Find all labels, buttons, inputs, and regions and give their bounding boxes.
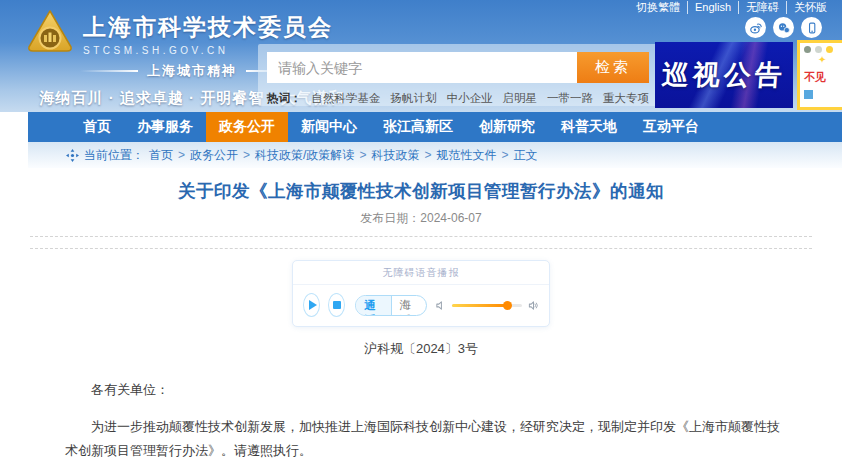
publish-date-value: 2024-06-07: [420, 211, 481, 225]
breadcrumb-current-article: 正文: [513, 147, 537, 164]
breadcrumb-separator: >: [501, 148, 508, 162]
breadcrumb-home[interactable]: 首页: [149, 147, 173, 164]
inspection-notice-banner[interactable]: 巡视公告: [655, 42, 793, 108]
shanghainese-option[interactable]: 上海话: [392, 296, 426, 315]
volume-low-icon: [435, 300, 446, 311]
side-banner-card[interactable]: ✦ 不见: [797, 40, 842, 110]
document-number: 沪科规〔2024〕3号: [30, 340, 812, 358]
play-button[interactable]: [303, 293, 320, 317]
banner-dots: [804, 46, 842, 53]
utility-links: 切换繁體 English 无障碍 关怀版: [629, 1, 834, 14]
nav-item-innovation[interactable]: 创新研究: [466, 112, 548, 142]
hotword-link[interactable]: 自然科学基金: [312, 91, 381, 106]
article-title: 关于印发《上海市颠覆性技术创新项目管理暂行办法》的通知: [30, 179, 812, 203]
hotwords-row: 热词： 自然科学基金 扬帆计划 中小企业 启明星 一带一路 重大专项: [267, 91, 649, 106]
location-compass-icon: [66, 149, 79, 162]
sparkle-icon: ✦: [818, 55, 842, 65]
hotword-link[interactable]: 扬帆计划: [391, 91, 437, 106]
wechat-icon[interactable]: [773, 17, 794, 38]
volume-fill: [452, 304, 507, 307]
side-banner-text: 不见: [804, 70, 842, 85]
nav-item-interaction[interactable]: 互动平台: [630, 112, 712, 142]
article: 关于印发《上海市颠覆性技术创新项目管理暂行办法》的通知 发布日期：2024-06…: [0, 168, 842, 468]
nav-item-science-popular[interactable]: 科普天地: [548, 112, 630, 142]
hotword-link[interactable]: 一带一路: [547, 91, 593, 106]
stop-icon: [333, 301, 341, 309]
volume-slider[interactable]: [452, 304, 522, 307]
volume-control: [435, 300, 539, 311]
social-icons: [745, 17, 822, 38]
play-icon: [309, 300, 317, 310]
link-accessibility[interactable]: 无障碍: [739, 1, 787, 14]
banner-title: 巡视公告: [661, 57, 788, 93]
page: 切换繁體 English 无障碍 关怀版: [0, 0, 842, 468]
search-panel: 检索 热词： 自然科学基金 扬帆计划 中小企业 启明星 一带一路 重大专项: [258, 44, 658, 106]
decor-line-left: [80, 70, 138, 72]
language-toggle: 普通话 上海话: [355, 295, 427, 316]
nav-item-services[interactable]: 办事服务: [124, 112, 206, 142]
publish-date: 发布日期：2024-06-07: [30, 210, 812, 227]
breadcrumb-normative-docs[interactable]: 规范性文件: [436, 147, 496, 164]
nav-item-zhangjiang[interactable]: 张江高新区: [370, 112, 466, 142]
search-input[interactable]: [267, 52, 577, 83]
article-paragraph: 为进一步推动颠覆性技术创新发展，加快推进上海国际科技创新中心建设，经研究决定，现…: [65, 415, 780, 463]
breadcrumb-separator: >: [424, 148, 431, 162]
link-english[interactable]: English: [688, 1, 739, 14]
nav-item-news[interactable]: 新闻中心: [288, 112, 370, 142]
hotword-link[interactable]: 启明星: [503, 91, 538, 106]
publish-date-label: 发布日期：: [360, 211, 420, 225]
site-header: 切换繁體 English 无障碍 关怀版: [0, 0, 842, 112]
audio-player: 无障碍语音播报 普通话 上海话: [292, 260, 550, 327]
breadcrumb-gov-affairs[interactable]: 政务公开: [190, 147, 238, 164]
breadcrumb-separator: >: [359, 148, 366, 162]
hotword-link[interactable]: 重大专项: [603, 91, 649, 106]
breadcrumb-policy-interpretation[interactable]: 科技政策/政策解读: [255, 147, 354, 164]
dashed-divider: [30, 248, 812, 249]
breadcrumb-separator: >: [243, 148, 250, 162]
nav-item-gov-affairs[interactable]: 政务公开: [206, 112, 288, 142]
mobile-icon[interactable]: [801, 17, 822, 38]
hotword-link[interactable]: 中小企业: [447, 91, 493, 106]
stop-button[interactable]: [328, 293, 345, 317]
banner-square-decor: [804, 90, 813, 99]
search-button[interactable]: 检索: [577, 52, 649, 83]
main-nav: 首页 办事服务 政务公开 新闻中心 张江高新区 创新研究 科普天地 互动平台: [28, 112, 842, 142]
article-body: 各有关单位： 为进一步推动颠覆性技术创新发展，加快推进上海国际科技创新中心建设，…: [65, 378, 780, 468]
site-logo: [26, 9, 74, 59]
link-traditional-chinese[interactable]: 切换繁體: [629, 1, 688, 14]
breadcrumb-tech-policy[interactable]: 科技政策: [371, 147, 419, 164]
weibo-icon[interactable]: [745, 17, 766, 38]
salutation: 各有关单位：: [65, 378, 780, 402]
breadcrumb-separator: >: [178, 148, 185, 162]
nav-item-home[interactable]: 首页: [70, 112, 124, 142]
audio-player-title: 无障碍语音播报: [293, 261, 549, 285]
city-spirit-label: 上海城市精神: [147, 62, 237, 80]
volume-knob[interactable]: [503, 301, 512, 310]
breadcrumb: 当前位置： 首页 > 政务公开 > 科技政策/政策解读 > 科技政策 > 规范性…: [28, 142, 842, 168]
dashed-divider: [30, 236, 812, 237]
mandarin-option[interactable]: 普通话: [356, 296, 391, 315]
breadcrumb-label: 当前位置：: [84, 147, 144, 164]
site-name: 上海市科学技术委员会: [83, 12, 333, 43]
volume-high-icon: [528, 300, 539, 311]
hotwords-label: 热词：: [267, 91, 302, 106]
link-care-version[interactable]: 关怀版: [787, 1, 834, 14]
